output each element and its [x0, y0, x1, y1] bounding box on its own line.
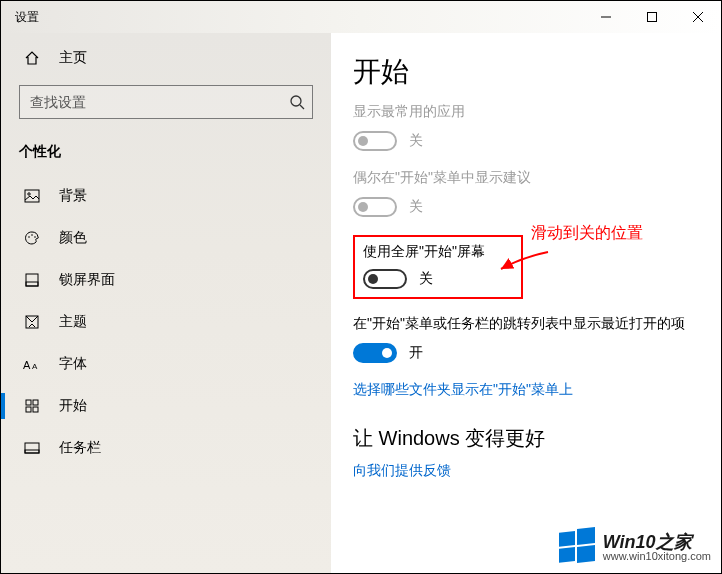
- svg-rect-16: [26, 400, 31, 405]
- windows-logo-icon: [557, 527, 597, 567]
- taskbar-icon: [23, 440, 41, 456]
- toggle-state: 关: [409, 198, 423, 216]
- sidebar: 主页 个性化 背景 颜色 锁屏界面: [1, 33, 331, 573]
- option-jumplist-recent: 在"开始"菜单或任务栏的跳转列表中显示最近打开的项 开: [353, 315, 699, 363]
- svg-point-7: [28, 193, 30, 195]
- svg-text:A: A: [32, 362, 38, 371]
- sidebar-item-lockscreen[interactable]: 锁屏界面: [1, 259, 331, 301]
- titlebar: 设置: [1, 1, 721, 33]
- window-title: 设置: [1, 9, 39, 26]
- page-title: 开始: [353, 53, 699, 91]
- option-most-used-apps: 显示最常用的应用 关: [353, 103, 699, 151]
- annotation-arrow-icon: [493, 247, 553, 277]
- toggle-state: 开: [409, 344, 423, 362]
- svg-rect-25: [577, 545, 595, 563]
- svg-rect-1: [648, 13, 657, 22]
- link-folders-on-start[interactable]: 选择哪些文件夹显示在"开始"菜单上: [353, 381, 699, 399]
- nav-label: 背景: [59, 187, 87, 205]
- nav-label: 任务栏: [59, 439, 101, 457]
- watermark-title: Win10之家: [603, 533, 711, 551]
- nav-label: 主题: [59, 313, 87, 331]
- toggle-state: 关: [409, 132, 423, 150]
- annotation-text: 滑动到关的位置: [531, 223, 643, 244]
- option-label: 偶尔在"开始"菜单中显示建议: [353, 169, 699, 187]
- toggle-state: 关: [419, 270, 433, 288]
- nav-label: 开始: [59, 397, 87, 415]
- sidebar-item-themes[interactable]: 主题: [1, 301, 331, 343]
- font-icon: AA: [23, 357, 41, 371]
- svg-point-4: [291, 96, 301, 106]
- svg-rect-24: [559, 547, 575, 563]
- option-label: 在"开始"菜单或任务栏的跳转列表中显示最近打开的项: [353, 315, 699, 333]
- toggle-fullscreen-start[interactable]: [363, 269, 407, 289]
- svg-rect-6: [25, 190, 39, 202]
- svg-rect-23: [577, 527, 595, 545]
- maximize-button[interactable]: [629, 1, 675, 33]
- svg-text:A: A: [23, 359, 31, 371]
- option-label: 显示最常用的应用: [353, 103, 699, 121]
- sidebar-item-fonts[interactable]: AA 字体: [1, 343, 331, 385]
- svg-rect-19: [33, 407, 38, 412]
- svg-point-9: [31, 234, 33, 236]
- window-controls: [583, 1, 721, 33]
- svg-point-8: [28, 236, 30, 238]
- search-icon: [289, 94, 305, 110]
- toggle-most-used: [353, 131, 397, 151]
- theme-icon: [23, 314, 41, 330]
- sidebar-item-taskbar[interactable]: 任务栏: [1, 427, 331, 469]
- sidebar-item-start[interactable]: 开始: [1, 385, 331, 427]
- picture-icon: [23, 188, 41, 204]
- sidebar-category: 个性化: [1, 137, 331, 175]
- sidebar-home[interactable]: 主页: [1, 39, 331, 77]
- nav-label: 颜色: [59, 229, 87, 247]
- svg-line-5: [300, 105, 304, 109]
- svg-rect-21: [25, 450, 39, 453]
- sub-heading: 让 Windows 变得更好: [353, 425, 699, 452]
- sidebar-item-colors[interactable]: 颜色: [1, 217, 331, 259]
- nav-label: 锁屏界面: [59, 271, 115, 289]
- toggle-suggestions: [353, 197, 397, 217]
- search-input[interactable]: [19, 85, 313, 119]
- minimize-button[interactable]: [583, 1, 629, 33]
- home-icon: [23, 50, 41, 66]
- svg-rect-12: [26, 282, 38, 286]
- svg-rect-18: [26, 407, 31, 412]
- close-button[interactable]: [675, 1, 721, 33]
- sidebar-home-label: 主页: [59, 49, 87, 67]
- watermark: Win10之家 www.win10xitong.com: [557, 527, 711, 567]
- option-suggestions: 偶尔在"开始"菜单中显示建议 关: [353, 169, 699, 217]
- svg-rect-22: [559, 531, 575, 547]
- start-icon: [23, 398, 41, 414]
- sidebar-item-background[interactable]: 背景: [1, 175, 331, 217]
- palette-icon: [23, 230, 41, 246]
- nav-label: 字体: [59, 355, 87, 373]
- link-feedback[interactable]: 向我们提供反馈: [353, 462, 699, 480]
- svg-rect-11: [26, 274, 38, 286]
- search-wrap: [19, 85, 313, 119]
- content-area: 开始 显示最常用的应用 关 偶尔在"开始"菜单中显示建议 关 使用全屏"开始"屏…: [331, 33, 721, 573]
- svg-rect-17: [33, 400, 38, 405]
- toggle-jumplist[interactable]: [353, 343, 397, 363]
- svg-rect-20: [25, 443, 39, 453]
- option-label: 使用全屏"开始"屏幕: [363, 243, 513, 261]
- watermark-url: www.win10xitong.com: [603, 551, 711, 562]
- lockscreen-icon: [23, 272, 41, 288]
- svg-point-10: [34, 236, 36, 238]
